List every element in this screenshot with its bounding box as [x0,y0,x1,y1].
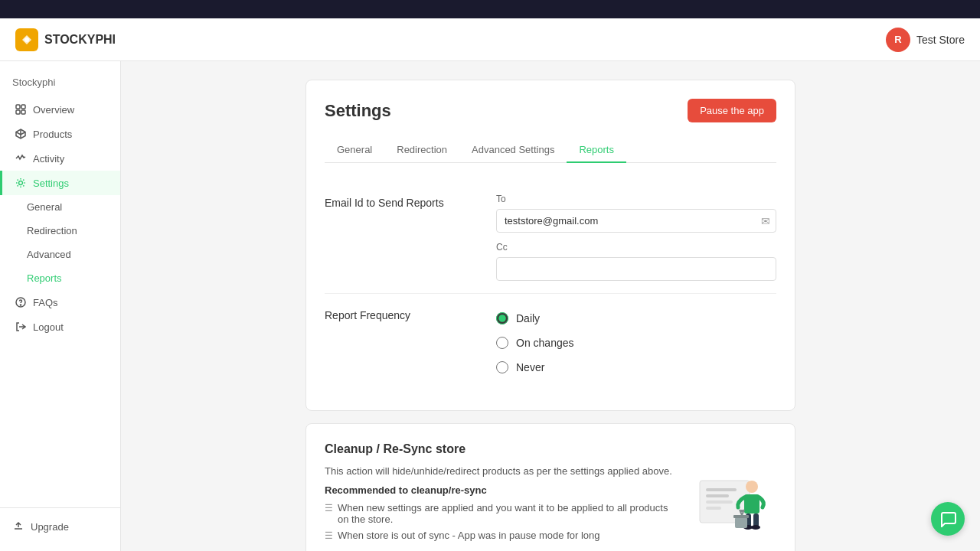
illustration-svg [692,465,776,534]
sidebar-label-advanced: Advanced [27,249,71,260]
svg-rect-21 [740,510,743,512]
main-content: Settings Pause the app General Redirecti… [121,61,980,551]
svg-point-5 [19,181,23,185]
cc-field-group: Cc [496,242,776,281]
frequency-radio-group: Daily On changes Never [496,306,776,380]
svg-point-13 [746,481,758,493]
radio-on-changes[interactable]: On changes [496,337,776,349]
sidebar-label-reports: Reports [27,272,62,284]
logo-icon [15,28,38,51]
cleanup-text: This action will hide/unhide/redirect pr… [325,465,680,551]
radio-on-changes-label: On changes [516,337,574,349]
sidebar-item-activity[interactable]: Activity [0,146,120,171]
email-icon: ✉ [761,215,770,227]
email-section-row: Email Id to Send Reports To ✉ [325,194,776,281]
sidebar-sub-reports[interactable]: Reports [0,266,120,290]
radio-never-label: Never [516,361,544,373]
radio-on-changes-input[interactable] [496,337,508,349]
sidebar-sub-general[interactable]: General [0,195,120,219]
pause-app-button[interactable]: Pause the app [688,99,776,122]
cleanup-list-item-2: When store is out of sync - App was in p… [325,530,680,541]
to-input-wrapper: ✉ [496,209,776,233]
radio-never[interactable]: Never [496,361,776,373]
svg-point-7 [20,305,21,305]
cleanup-recommended-title: Recommended to cleanup/re-sync [325,484,680,496]
sidebar-item-overview[interactable]: Overview [0,97,120,122]
frequency-section-label: Report Frequency [325,306,478,380]
sidebar-sub-redirection[interactable]: Redirection [0,219,120,243]
tab-reports[interactable]: Reports [567,138,626,163]
frequency-section: Report Frequency Daily On changes [325,294,776,392]
cleanup-title: Cleanup / Re-Sync store [325,442,776,456]
svg-rect-20 [733,515,749,518]
sidebar-label-activity: Activity [33,153,64,165]
grid-icon [15,103,27,116]
settings-tabs: General Redirection Advanced Settings Re… [325,138,776,163]
to-email-input[interactable] [496,209,776,233]
logout-icon [15,321,27,333]
sidebar-label-redirection: Redirection [27,225,77,236]
tab-redirection[interactable]: Redirection [384,138,459,163]
settings-header: Settings Pause the app [325,99,776,122]
app-name: STOCKYPHI [44,33,116,47]
chat-bubble-button[interactable] [931,502,965,536]
cleanup-illustration [692,465,776,536]
to-field-group: To ✉ [496,194,776,233]
email-section: Email Id to Send Reports To ✉ [325,181,776,294]
email-field-group: To ✉ Cc [496,194,776,281]
sidebar-item-logout[interactable]: Logout [0,315,120,339]
settings-title: Settings [325,101,391,121]
sidebar-item-settings[interactable]: Settings [0,171,120,195]
cleanup-list-item-1: When new settings are applied and you wa… [325,502,680,525]
svg-rect-19 [735,517,747,528]
upgrade-label: Upgrade [31,521,69,533]
settings-card: Settings Pause the app General Redirecti… [305,80,795,411]
cleanup-description: This action will hide/unhide/redirect pr… [325,465,680,477]
store-name: Test Store [916,34,965,46]
cc-email-input[interactable] [496,257,776,281]
svg-rect-1 [16,105,20,109]
upgrade-icon [12,520,24,533]
sidebar-brand: Stockyphi [0,73,120,97]
sidebar-bottom: Upgrade [0,507,120,539]
svg-rect-14 [744,494,760,514]
sidebar-item-faqs[interactable]: FAQs [0,290,120,315]
sidebar-item-products[interactable]: Products [0,122,120,146]
help-icon [15,296,27,308]
svg-rect-9 [706,488,737,491]
layout: Stockyphi Overview Products [0,61,980,551]
sidebar-sub-advanced[interactable]: Advanced [0,243,120,266]
top-bar [0,0,980,18]
radio-daily-label: Daily [516,312,540,324]
sidebar-label-faqs: FAQs [33,297,58,308]
cleanup-card: Cleanup / Re-Sync store This action will… [305,423,795,551]
frequency-section-row: Report Frequency Daily On changes [325,306,776,380]
activity-icon [15,152,27,165]
radio-never-input[interactable] [496,361,508,373]
sidebar-label-overview: Overview [33,104,74,116]
svg-point-18 [751,525,760,530]
sidebar-item-upgrade[interactable]: Upgrade [0,514,120,539]
sidebar-label-products: Products [33,129,72,140]
chat-icon [939,510,956,527]
header: STOCKYPHI R Test Store [0,18,980,61]
cleanup-body: This action will hide/unhide/redirect pr… [325,465,776,551]
radio-daily-input[interactable] [496,312,508,324]
sidebar-label-settings: Settings [33,178,69,189]
to-label: To [496,194,776,204]
svg-rect-4 [21,110,25,114]
email-section-label: Email Id to Send Reports [325,194,478,281]
frequency-section-content: Daily On changes Never [496,306,776,380]
gear-icon [15,177,27,189]
svg-rect-10 [706,494,729,497]
box-icon [15,128,27,140]
tab-general[interactable]: General [325,138,384,163]
cleanup-list: When new settings are applied and you wa… [325,502,680,541]
svg-point-0 [24,37,29,42]
radio-daily[interactable]: Daily [496,312,776,324]
tab-advanced-settings[interactable]: Advanced Settings [459,138,567,163]
svg-rect-12 [706,507,721,510]
sidebar: Stockyphi Overview Products [0,61,121,551]
sidebar-label-logout: Logout [33,321,64,333]
logo: STOCKYPHI [15,28,116,51]
